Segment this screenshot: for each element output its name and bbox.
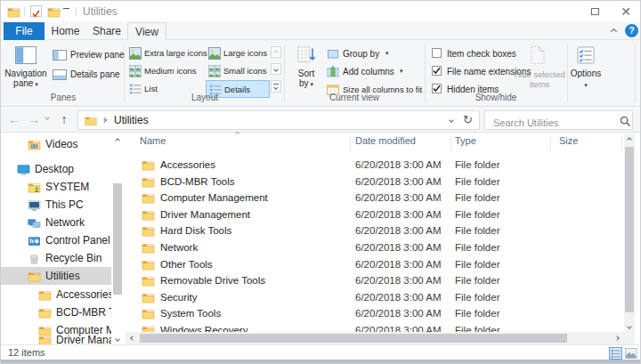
thumbnails-view-icon [625,348,637,360]
scroll-up-button[interactable] [624,133,635,145]
scroll-down-button[interactable] [624,320,635,332]
tab-file[interactable]: File [4,22,45,40]
sidebar-item-accessories[interactable]: Accessories [1,286,111,303]
file-row[interactable]: Driver Management 6/20/2018 3:00 AM File… [126,207,624,223]
tab-view[interactable]: View [127,22,166,40]
column-header-size[interactable]: Size [559,135,613,153]
column-header-date-modified[interactable]: Date modified [355,135,444,153]
folder-icon [142,259,155,271]
scroll-right-button[interactable] [612,332,622,344]
sidebar-item-recycle-bin[interactable]: Recycle Bin [1,249,111,267]
close-button[interactable]: ✕ [611,1,641,21]
titlebar-separator: | [75,5,77,16]
column-separator[interactable] [550,136,551,151]
column-separator[interactable] [450,136,451,151]
breadcrumb-path[interactable]: Utilities [114,114,149,126]
folder-icon [142,176,155,188]
sidebar-scroll-up-button[interactable] [112,135,123,146]
forward-button[interactable]: → [26,111,42,127]
sidebar-scroll-down-button[interactable] [112,334,123,344]
collapse-ribbon-icon[interactable] [611,28,617,35]
breadcrumb-chevron-icon[interactable] [101,117,107,123]
sidebar-item-control-panel[interactable]: Control Panel [1,231,111,249]
add-columns-button[interactable]: Add columns ▾ [327,65,423,81]
extra-large-icons-icon [129,47,142,60]
file-row[interactable]: Removable Drive Tools 6/20/2018 3:00 AM … [126,273,624,289]
vertical-scrollbar[interactable] [624,133,635,332]
add-columns-icon [327,66,339,78]
navigation-pane-icon [15,46,37,64]
sidebar-item-system[interactable]: SYSTEM [1,178,111,196]
sidebar-scrollbar-thumb[interactable] [113,183,122,295]
file-row[interactable]: BCD-MBR Tools 6/20/2018 3:00 AM File fol… [126,174,624,190]
file-row[interactable]: Network 6/20/2018 3:00 AM File folder [126,240,624,256]
sidebar-item-utilities[interactable]: Utilities [1,267,111,285]
gallery-scroll-down-button[interactable] [271,63,281,75]
sidebar-item-videos[interactable]: Videos [1,135,111,153]
scroll-left-button[interactable] [127,332,138,344]
file-row[interactable]: Other Tools 6/20/2018 3:00 AM File folde… [126,257,624,273]
folder-icon [38,289,52,301]
gallery-more-button[interactable] [271,80,281,93]
preview-pane-button[interactable]: Preview pane [51,48,124,64]
medium-icons-button[interactable]: Medium icons [127,64,216,80]
sidebar-item-bcd-mbr-tools[interactable]: BCD-MBR Tools [1,303,111,321]
thumbnails-view-toggle-button[interactable] [624,347,637,360]
sidebar-item-desktop[interactable]: Desktop [1,160,111,178]
large-icons-button[interactable]: Large icons [207,46,269,62]
column-separator[interactable] [350,136,351,151]
file-row[interactable]: System Tools 6/20/2018 3:00 AM File fold… [126,306,624,322]
folder-icon [38,307,52,319]
file-row[interactable]: Security 6/20/2018 3:00 AM File folder [126,290,624,306]
close-icon: ✕ [621,4,631,19]
horizontal-scrollbar[interactable] [126,332,624,344]
search-box[interactable] [484,110,633,130]
sort-by-icon [297,46,315,63]
up-button[interactable]: ↑ [56,111,72,127]
explorer-folder-icon [7,6,20,18]
checkbox-icon [432,66,442,76]
quick-access-check-icon[interactable] [30,5,42,17]
small-icons-button[interactable]: Small icons [207,64,269,80]
address-bar[interactable]: Utilities ↻ [77,110,480,130]
tab-share[interactable]: Share [86,22,127,40]
maximize-button[interactable] [580,1,610,21]
search-icon[interactable] [620,116,630,126]
sidebar-item-network[interactable]: Network [1,214,111,231]
user-folder-icon [28,182,41,193]
options-button[interactable]: Options ▾ [569,43,603,101]
status-bar: 12 items [1,344,641,360]
dropdown-arrow-icon: ▾ [584,82,588,88]
recent-locations-chevron-icon[interactable] [45,115,50,120]
folder-icon [142,209,155,221]
vertical-scrollbar-thumb[interactable] [625,147,634,312]
column-header-name[interactable]: Name [140,135,345,153]
horizontal-scrollbar-thumb[interactable] [140,334,567,343]
back-button[interactable]: ← [6,111,22,127]
file-row[interactable]: Accessories 6/20/2018 3:00 AM File folde… [126,158,624,174]
address-dropdown-chevron-icon[interactable] [449,117,454,123]
extra-large-icons-button[interactable]: Extra large icons [127,46,216,62]
file-row[interactable]: Computer Management 6/20/2018 3:00 AM Fi… [126,190,624,206]
ribbon: Navigation pane▾ Preview pane Details pa… [1,40,641,107]
column-separator[interactable] [621,136,622,151]
details-pane-icon [53,69,67,80]
dropdown-arrow-icon: ▾ [400,68,403,75]
help-button[interactable]: ? [625,24,638,37]
search-input[interactable] [491,117,616,129]
sidebar-item-this-pc[interactable]: This PC [1,196,111,214]
refresh-icon[interactable]: ↻ [463,113,473,126]
details-view-toggle-button[interactable] [609,347,622,360]
group-by-button[interactable]: Group by ▾ [327,47,423,63]
file-explorer-window: | | Utilities ✕ File Home Share View ? [0,0,641,364]
group-by-icon [327,48,339,61]
gallery-scroll-up-button[interactable] [271,46,281,58]
quick-access-folder-icon[interactable] [47,6,61,18]
column-header-type[interactable]: Type [455,135,535,153]
preview-pane-icon [53,50,67,61]
details-pane-button[interactable]: Details pane [51,68,124,84]
tab-home[interactable]: Home [45,22,86,40]
file-row[interactable]: Hard Disk Tools 6/20/2018 3:00 AM File f… [126,223,624,239]
show-hide-group-label: Show/hide [425,93,567,103]
layout-group-label: Layout [126,93,284,103]
